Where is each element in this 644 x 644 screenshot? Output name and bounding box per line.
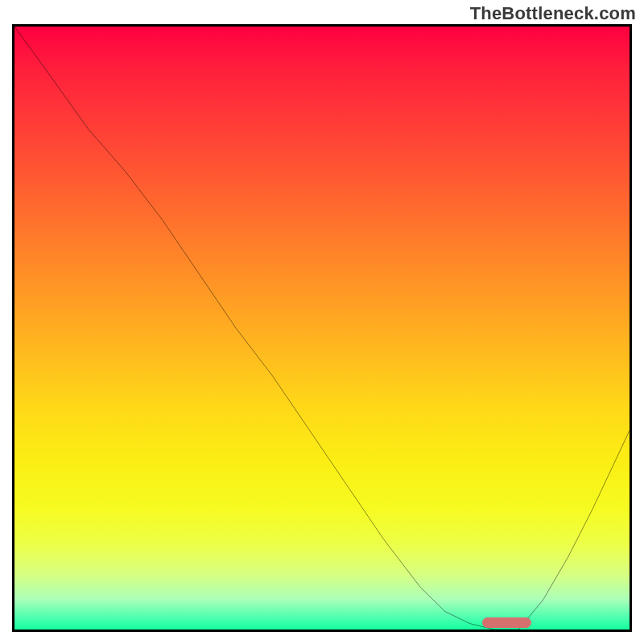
chart-curve-layer	[14, 27, 630, 630]
chart-frame	[12, 24, 632, 632]
optimum-marker	[482, 617, 531, 628]
page-root: TheBottleneck.com	[0, 0, 644, 644]
curve-path	[14, 27, 630, 630]
watermark-text: TheBottleneck.com	[470, 3, 636, 24]
